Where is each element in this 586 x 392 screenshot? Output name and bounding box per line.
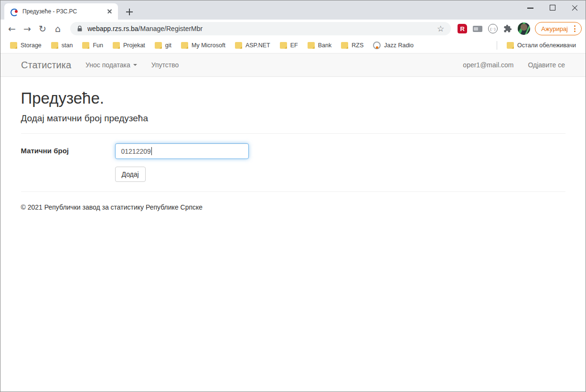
- tab-strip: Предузеће - РЗС.РС: [0, 0, 586, 20]
- window-controls: [520, 0, 586, 16]
- nav-item-unos-podataka[interactable]: Унос података: [78, 61, 144, 69]
- folder-icon: [181, 42, 188, 49]
- browser-menu-icon[interactable]: [572, 24, 577, 33]
- extension-circle-icon[interactable]: (··): [488, 24, 498, 33]
- copyright-text: © 2021 Републички завод за статистику Ре…: [21, 201, 565, 211]
- folder-icon: [280, 42, 287, 49]
- site-navbar: Статистика Унос података Упутство oper1@…: [0, 53, 586, 77]
- bookmark-folder-fun[interactable]: Fun: [79, 41, 106, 50]
- folder-icon: [113, 42, 120, 49]
- bookmark-folder-bank[interactable]: Bank: [305, 41, 335, 50]
- mbr-form-row: Матични број: [21, 143, 565, 159]
- bookmark-folder-my-microsoft[interactable]: My Microsoft: [178, 41, 228, 50]
- site-favicon-icon: [10, 8, 18, 15]
- other-bookmarks-button[interactable]: Остали обележивачи: [504, 41, 579, 50]
- bookmark-jazz-radio[interactable]: Jazz Radio: [370, 40, 416, 51]
- navbar-brand[interactable]: Статистика: [14, 60, 78, 71]
- main-content: Предузеће. Додај матични број предузећа …: [14, 77, 573, 211]
- new-tab-button[interactable]: [124, 6, 135, 18]
- folder-icon: [82, 42, 89, 49]
- page-subtitle: Додај матични број предузећа: [21, 113, 565, 124]
- bookmark-folder-rzs[interactable]: RZS: [338, 41, 366, 50]
- folder-icon: [10, 42, 17, 49]
- reload-icon[interactable]: ↻: [36, 22, 49, 35]
- folder-icon: [507, 42, 514, 49]
- bookmark-folder-storage[interactable]: Storage: [7, 41, 44, 50]
- folder-icon: [341, 42, 348, 49]
- extension-card-icon[interactable]: [473, 26, 482, 32]
- bookmark-folder-ef[interactable]: EF: [277, 41, 301, 50]
- bookmarks-bar: Storage stan Fun Projekat git My Microso…: [0, 38, 586, 53]
- address-bar[interactable]: webapp.rzs.rs.ba/Manage/RegisterMbr ☆: [70, 22, 451, 35]
- bookmark-folder-stan[interactable]: stan: [48, 41, 76, 50]
- url-domain: webapp.rzs.rs.ba: [87, 25, 139, 32]
- extensions-puzzle-icon[interactable]: [503, 24, 512, 33]
- logout-link[interactable]: Одјавите се: [521, 61, 572, 69]
- browser-tab[interactable]: Предузеће - РЗС.РС: [4, 3, 118, 20]
- update-button-label: Ажурирај: [541, 25, 568, 32]
- browser-toolbar: ← → ↻ ⌂ webapp.rzs.rs.ba/Manage/Register…: [0, 20, 586, 38]
- jazz-radio-icon: [373, 42, 381, 49]
- url-text: webapp.rzs.rs.ba/Manage/RegisterMbr: [87, 25, 434, 32]
- folder-icon: [155, 42, 162, 49]
- url-path: /Manage/RegisterMbr: [139, 25, 203, 32]
- page-title: Предузеће.: [21, 89, 565, 107]
- user-email-text: oper1@mail.com: [456, 61, 521, 69]
- https-lock-icon[interactable]: [77, 25, 83, 32]
- tab-title: Предузеће - РЗС.РС: [22, 8, 104, 15]
- bookmark-star-icon[interactable]: ☆: [434, 24, 447, 33]
- page-viewport: Статистика Унос података Упутство oper1@…: [0, 53, 586, 392]
- mbr-field-label: Матични број: [21, 143, 115, 155]
- tab-close-icon[interactable]: [106, 7, 114, 16]
- folder-icon: [51, 42, 58, 49]
- folder-icon: [308, 42, 315, 49]
- divider: [21, 191, 565, 192]
- forward-icon[interactable]: →: [21, 22, 34, 35]
- profile-avatar[interactable]: [518, 22, 530, 35]
- minimize-button[interactable]: [520, 0, 542, 16]
- close-window-button[interactable]: [564, 0, 586, 16]
- nav-item-uputstvo[interactable]: Упутство: [144, 61, 186, 69]
- chevron-down-icon: [133, 64, 137, 66]
- home-icon[interactable]: ⌂: [51, 22, 64, 35]
- browser-window: Предузеће - РЗС.РС ← → ↻ ⌂ webapp.rzs.rs…: [0, 0, 586, 392]
- back-icon[interactable]: ←: [5, 22, 19, 35]
- extension-r-icon[interactable]: R: [458, 24, 467, 33]
- mbr-input[interactable]: [115, 143, 249, 159]
- folder-icon: [235, 42, 242, 49]
- divider: [21, 133, 565, 134]
- chrome-update-button[interactable]: Ажурирај: [535, 22, 582, 35]
- dodaj-button[interactable]: Додај: [115, 167, 146, 182]
- maximize-button[interactable]: [542, 0, 564, 16]
- bookmark-folder-projekat[interactable]: Projekat: [110, 41, 148, 50]
- bookmark-folder-git[interactable]: git: [152, 41, 174, 50]
- bookmark-folder-aspnet[interactable]: ASP.NET: [232, 41, 273, 50]
- bookmarks-divider: [497, 41, 497, 50]
- text-caret: [151, 147, 152, 155]
